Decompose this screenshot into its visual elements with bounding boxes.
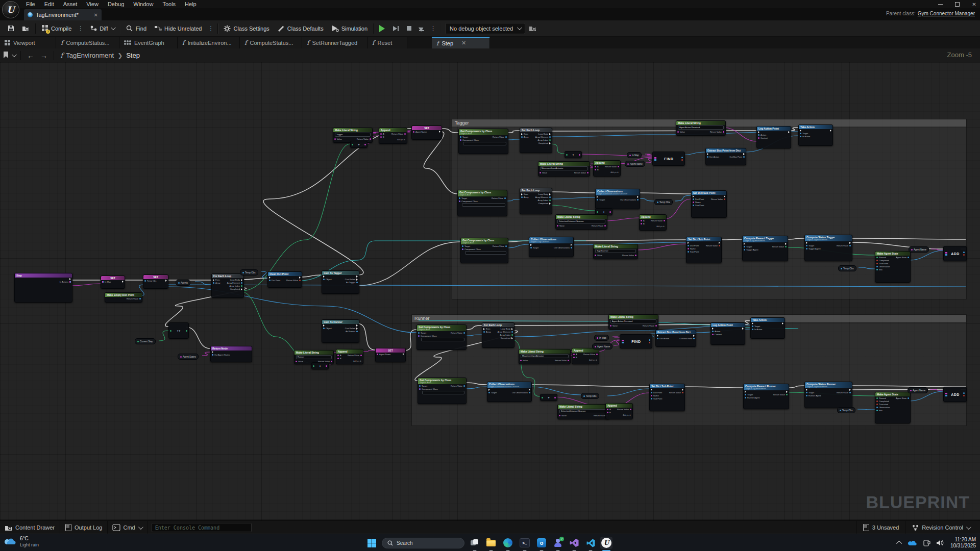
graph-node-set[interactable]: SETAgent Name (411, 126, 442, 140)
output-pin[interactable]: As Tagger (346, 281, 358, 284)
graph-node-get-components-by-class[interactable]: Get Components by ClassTarget is ActorTa… (457, 190, 507, 216)
output-pin[interactable]: Return Value (127, 297, 141, 300)
tab-step[interactable]: fStep✕ (432, 37, 490, 48)
graph-node-return-node[interactable]: Return NodeOut Agent States (210, 346, 252, 362)
input-pin[interactable]: Exec (521, 133, 529, 135)
output-pin[interactable]: Out Box Point (729, 156, 745, 158)
input-pin[interactable]: Target (459, 197, 478, 199)
class-defaults-button[interactable]: Class Defaults (274, 22, 328, 35)
output-pin[interactable]: Return Value (493, 245, 507, 247)
variable-pill-agent-name[interactable]: Agent Name (908, 387, 928, 393)
output-pin[interactable]: Return Value (583, 353, 598, 356)
taskbar-app-outlook[interactable]: o (535, 537, 548, 549)
input-pin[interactable]: Exec (521, 193, 529, 195)
weather-widget[interactable]: 6°C Light rain (4, 536, 39, 548)
menu-edit[interactable]: Edit (40, 1, 59, 7)
output-pin[interactable] (829, 130, 831, 132)
output-pin[interactable]: Cast Failed (345, 278, 358, 281)
class-picker[interactable] (463, 142, 506, 145)
tab-eventgraph[interactable]: EventGraph (119, 37, 178, 48)
output-pin[interactable]: Return Value (286, 279, 301, 282)
output-pin[interactable]: Return Value (622, 254, 636, 257)
graph-node-set[interactable]: SETIn Map (101, 276, 125, 289)
graph-node-append[interactable]: AppendABReturn ValueAdd pin ⊕ (336, 349, 363, 364)
class-picker[interactable] (462, 203, 505, 207)
graph-node-make-literal-string[interactable]: Make Literal StringDetectionDistanceObse… (557, 404, 609, 419)
output-pin[interactable] (570, 244, 572, 246)
input-pin[interactable]: Dict Action (707, 156, 719, 158)
input-pin[interactable]: Tagger Agent (744, 248, 758, 251)
graph-node-operator[interactable]: + (350, 141, 368, 148)
output-pin[interactable] (636, 196, 639, 198)
input-pin[interactable] (688, 242, 699, 244)
taskbar-app-explorer[interactable] (485, 537, 497, 549)
device-icon[interactable] (923, 540, 930, 546)
input-pin[interactable]: Object (323, 327, 332, 330)
variable-pill-temp-obs[interactable]: Temp Obs (838, 265, 856, 271)
input-pin[interactable]: Value (559, 414, 567, 417)
onedrive-icon[interactable] (908, 540, 917, 546)
graph-node-log-action-point[interactable]: Log Action PointActionContext (710, 322, 745, 345)
input-pin[interactable]: Tagger Agent (806, 247, 821, 250)
add-pin-button[interactable]: Add pin ⊕ (379, 139, 407, 141)
graph-node-find[interactable]: FIND (620, 334, 652, 348)
input-pin[interactable] (212, 351, 230, 353)
input-pin[interactable]: Completed (876, 400, 890, 403)
input-pin[interactable]: Value (296, 360, 303, 363)
output-pin[interactable]: Array Element (535, 136, 551, 138)
input-pin[interactable]: Action (758, 134, 768, 136)
parent-class-link[interactable]: Gym Connector Manager (918, 11, 975, 16)
taskbar-app-edge[interactable] (502, 537, 514, 549)
menu-view[interactable]: View (82, 1, 103, 7)
start-button[interactable] (365, 537, 378, 549)
input-pin[interactable]: Value (557, 224, 565, 227)
output-pin[interactable]: Return Value (617, 408, 631, 411)
graph-node-add[interactable]: ADD (943, 246, 967, 261)
input-pin[interactable]: Target (419, 385, 438, 387)
graph-node-operator[interactable]: + (540, 394, 557, 401)
graph-node-for-each-loop[interactable]: For Each LoopExecArrayLoop BodyArray Ele… (520, 128, 552, 153)
graph-node-for-each-loop[interactable]: For Each LoopExecArrayLoop BodyArray Ele… (211, 273, 244, 298)
output-pin[interactable]: Loop Body (538, 133, 551, 135)
add-pin-button[interactable]: Add pin ⊕ (336, 360, 363, 363)
input-pin[interactable]: Component Class (418, 335, 437, 337)
menu-debug[interactable]: Debug (103, 1, 129, 7)
asset-tab-tagenvironment[interactable]: TagEnvironment* ✕ (24, 9, 102, 20)
input-pin[interactable]: B (573, 356, 577, 359)
output-pin[interactable]: Agent State (896, 256, 909, 259)
class-picker[interactable] (465, 251, 506, 255)
node-value-input[interactable]: Agent Action Received (678, 126, 724, 130)
menu-asset[interactable]: Asset (59, 1, 82, 7)
input-pin[interactable]: Action (712, 330, 722, 333)
node-value-input[interactable]: Agent Action Received (610, 319, 656, 323)
input-pin[interactable]: Sub Point (688, 251, 699, 253)
input-pin[interactable]: Dict Action (657, 337, 669, 340)
output-pin[interactable]: Return Value (451, 385, 465, 387)
graph-node-add[interactable]: ADD (943, 387, 967, 402)
graph-node-make-agent-state[interactable]: Make Agent StateRewardCompletedTruncated… (875, 392, 911, 423)
output-pin[interactable] (785, 391, 788, 393)
debug-object-dropdown[interactable]: No debug object selected (445, 23, 525, 34)
input-pin[interactable]: Agent Name (377, 353, 390, 356)
output-pin[interactable]: Completed (230, 288, 242, 290)
graph-node-make-literal-string[interactable]: Make Literal StringAgent Action Received… (608, 314, 658, 330)
graph-node-collect-observations[interactable]: Collect ObservationsTarget is Tag Observ… (529, 237, 574, 257)
tab-computestatus[interactable]: fComputeStatus... (240, 37, 302, 48)
graph-node-extract-box-point-from-dict[interactable]: Extract Box Point from DictDict ActionOu… (655, 330, 696, 347)
graph-node-operator[interactable]: + (565, 151, 582, 158)
breadcrumb-root[interactable]: TagEnvironment (66, 52, 114, 59)
variable-pill-in-map[interactable]: In Map (627, 152, 642, 158)
output-pin[interactable] (121, 281, 124, 283)
output-pin[interactable] (741, 328, 744, 330)
output-pin[interactable] (848, 389, 851, 391)
graph-node-take-action[interactable]: Take ActionTargetIn Action (798, 124, 833, 146)
output-log-button[interactable]: Output Log (60, 521, 108, 534)
taskbar-app-task-view[interactable] (469, 537, 481, 549)
tab-viewport[interactable]: Viewport (0, 37, 56, 48)
input-pin[interactable] (323, 324, 332, 327)
unsaved-assets-button[interactable]: 3 Unsaved (856, 521, 905, 534)
input-pin[interactable]: Value (520, 359, 528, 362)
output-pin[interactable] (718, 242, 720, 244)
input-pin[interactable]: Component Class (462, 248, 481, 251)
input-pin[interactable]: Target (800, 132, 810, 135)
